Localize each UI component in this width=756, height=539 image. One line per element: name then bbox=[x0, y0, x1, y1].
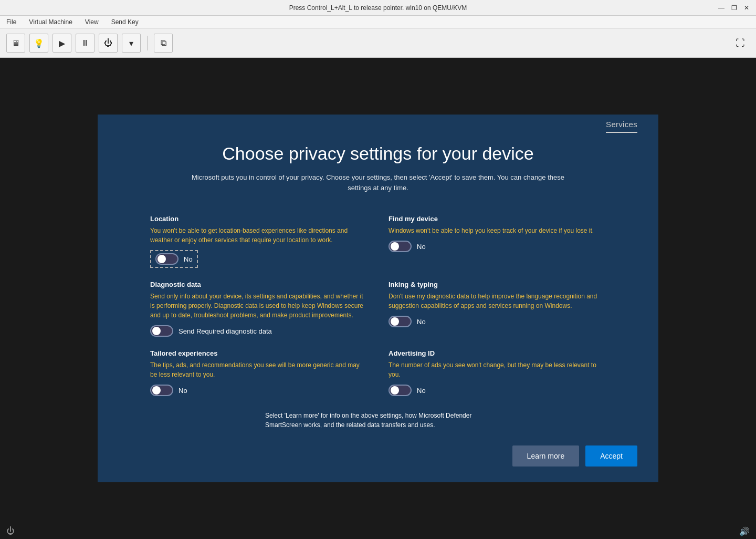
bottom-note: Select 'Learn more' for info on the abov… bbox=[255, 402, 501, 430]
location-toggle-label: No bbox=[184, 255, 193, 263]
screenshot-button[interactable]: ⧉ bbox=[154, 34, 173, 53]
oobe-container: Services Choose privacy settings for you… bbox=[98, 115, 658, 482]
page-subtitle: Microsoft puts you in control of your pr… bbox=[189, 172, 567, 193]
button-row: Learn more Accept bbox=[512, 445, 637, 467]
monitor-button[interactable]: 🖥 bbox=[6, 34, 25, 53]
monitor-icon: 🖥 bbox=[12, 38, 20, 48]
setting-advertising-id-desc: The number of ads you see won't change, … bbox=[388, 360, 606, 379]
lightbulb-icon: 💡 bbox=[34, 38, 44, 48]
setting-inking-typing: Inking & typing Don't use my diagnostic … bbox=[388, 274, 606, 343]
setting-diagnostic-data: Diagnostic data Send only info about you… bbox=[150, 274, 368, 343]
expand-button[interactable]: ⛶ bbox=[731, 34, 750, 53]
power-button[interactable]: ⏻ bbox=[99, 34, 118, 53]
setting-advertising-id: Advertising ID The number of ads you see… bbox=[388, 343, 606, 402]
screenshot-icon: ⧉ bbox=[161, 38, 166, 48]
vm-area: Services Choose privacy settings for you… bbox=[0, 58, 756, 539]
restore-button[interactable]: ❐ bbox=[729, 3, 739, 13]
setting-find-my-device-title: Find my device bbox=[388, 215, 606, 223]
page-title: Choose privacy settings for your device bbox=[222, 143, 533, 164]
power-dropdown-button[interactable]: ▾ bbox=[122, 34, 141, 53]
toolbar-separator bbox=[147, 36, 148, 50]
window-controls: — ❐ ✕ bbox=[716, 3, 752, 13]
diagnostic-toggle-row: Send Required diagnostic data bbox=[150, 325, 368, 337]
location-toggle[interactable] bbox=[155, 253, 178, 265]
setting-location-title: Location bbox=[150, 215, 368, 223]
pause-icon: ⏸ bbox=[81, 38, 89, 48]
find-my-device-toggle[interactable] bbox=[388, 241, 412, 252]
menu-send-key[interactable]: Send Key bbox=[109, 17, 141, 27]
setting-location: Location You won't be able to get locati… bbox=[150, 209, 368, 274]
title-bar: Press Control_L+Alt_L to release pointer… bbox=[0, 0, 756, 16]
advertising-id-toggle[interactable] bbox=[388, 385, 412, 396]
diagnostic-data-toggle[interactable] bbox=[150, 325, 173, 337]
inking-typing-toggle[interactable] bbox=[388, 316, 412, 327]
advertising-id-toggle-label: No bbox=[417, 387, 426, 395]
setting-diagnostic-data-desc: Send only info about your device, its se… bbox=[150, 292, 368, 320]
setting-find-my-device: Find my device Windows won't be able to … bbox=[388, 209, 606, 274]
location-toggle-box: No bbox=[150, 250, 198, 268]
vm-status-bar: ⏻ 🔊 bbox=[0, 523, 756, 539]
vm-power-icon: ⏻ bbox=[6, 526, 15, 536]
setting-diagnostic-data-title: Diagnostic data bbox=[150, 281, 368, 288]
menu-view[interactable]: View bbox=[83, 17, 101, 27]
setting-inking-typing-desc: Don't use my diagnostic data to help imp… bbox=[388, 292, 606, 310]
setting-location-desc: You won't be able to get location-based … bbox=[150, 226, 368, 245]
tailored-experiences-toggle-row: No bbox=[150, 385, 368, 396]
setting-tailored-experiences: Tailored experiences The tips, ads, and … bbox=[150, 343, 368, 402]
oobe-content: Choose privacy settings for your device … bbox=[98, 133, 658, 430]
menu-bar: File Virtual Machine View Send Key bbox=[0, 16, 756, 29]
services-tab-area: Services bbox=[98, 115, 658, 133]
setting-inking-typing-title: Inking & typing bbox=[388, 281, 606, 288]
menu-file[interactable]: File bbox=[4, 17, 18, 27]
settings-grid: Location You won't be able to get locati… bbox=[140, 209, 616, 402]
inking-typing-toggle-row: No bbox=[388, 316, 606, 327]
accept-button[interactable]: Accept bbox=[585, 445, 637, 467]
setting-tailored-experiences-title: Tailored experiences bbox=[150, 349, 368, 357]
services-tab[interactable]: Services bbox=[606, 120, 637, 133]
play-button[interactable]: ▶ bbox=[52, 34, 71, 53]
setting-find-my-device-desc: Windows won't be able to help you keep t… bbox=[388, 226, 606, 235]
play-icon: ▶ bbox=[59, 38, 65, 48]
pause-button[interactable]: ⏸ bbox=[76, 34, 94, 53]
tailored-experiences-toggle-label: No bbox=[178, 387, 187, 395]
learn-more-button[interactable]: Learn more bbox=[512, 445, 580, 467]
volume-icon: 🔊 bbox=[739, 526, 750, 536]
expand-icon: ⛶ bbox=[736, 38, 745, 49]
close-button[interactable]: ✕ bbox=[741, 3, 752, 13]
diagnostic-data-toggle-label: Send Required diagnostic data bbox=[178, 327, 272, 335]
toolbar: 🖥 💡 ▶ ⏸ ⏻ ▾ ⧉ ⛶ bbox=[0, 29, 756, 58]
find-my-device-toggle-row: No bbox=[388, 241, 606, 252]
lightbulb-button[interactable]: 💡 bbox=[29, 34, 48, 53]
minimize-button[interactable]: — bbox=[716, 3, 727, 13]
chevron-down-icon: ▾ bbox=[129, 38, 133, 48]
setting-advertising-id-title: Advertising ID bbox=[388, 349, 606, 357]
menu-virtual-machine[interactable]: Virtual Machine bbox=[27, 17, 75, 27]
advertising-id-toggle-row: No bbox=[388, 385, 606, 396]
setting-tailored-experiences-desc: The tips, ads, and recommendations you s… bbox=[150, 360, 368, 379]
power-icon: ⏻ bbox=[104, 38, 112, 48]
tailored-experiences-toggle[interactable] bbox=[150, 385, 173, 396]
find-my-device-toggle-label: No bbox=[417, 243, 426, 251]
inking-typing-toggle-label: No bbox=[417, 318, 426, 326]
window-title: Press Control_L+Alt_L to release pointer… bbox=[289, 4, 467, 12]
